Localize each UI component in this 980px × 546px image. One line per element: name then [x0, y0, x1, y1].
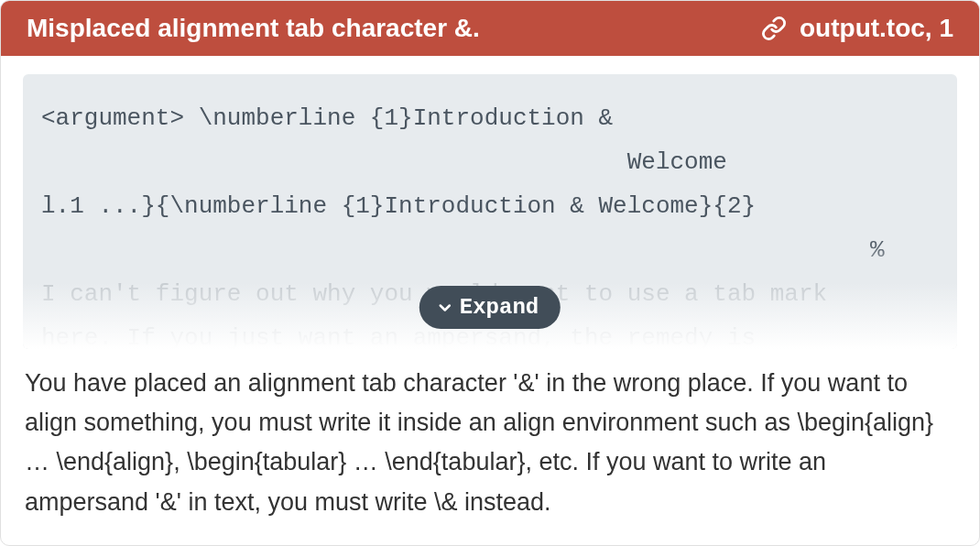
error-panel: Misplaced alignment tab character &. out…	[0, 0, 980, 546]
expand-label: Expand	[460, 295, 539, 320]
code-snippet: <argument> \numberline {1}Introduction &…	[23, 74, 957, 349]
link-icon	[761, 16, 787, 41]
code-line: <argument> \numberline {1}Introduction &	[41, 96, 939, 140]
code-line: l.1 ...}{\numberline {1}Introduction & W…	[41, 184, 939, 228]
error-explanation: You have placed an alignment tab charact…	[1, 349, 979, 544]
error-location-text: output.toc, 1	[800, 14, 953, 43]
error-title: Misplaced alignment tab character &.	[27, 14, 761, 43]
code-line: %	[41, 228, 939, 272]
code-line: Welcome	[41, 140, 939, 184]
expand-button[interactable]: Expand	[419, 286, 561, 329]
error-location[interactable]: output.toc, 1	[761, 14, 953, 43]
chevron-down-icon	[436, 299, 454, 317]
error-header: Misplaced alignment tab character &. out…	[1, 1, 979, 56]
